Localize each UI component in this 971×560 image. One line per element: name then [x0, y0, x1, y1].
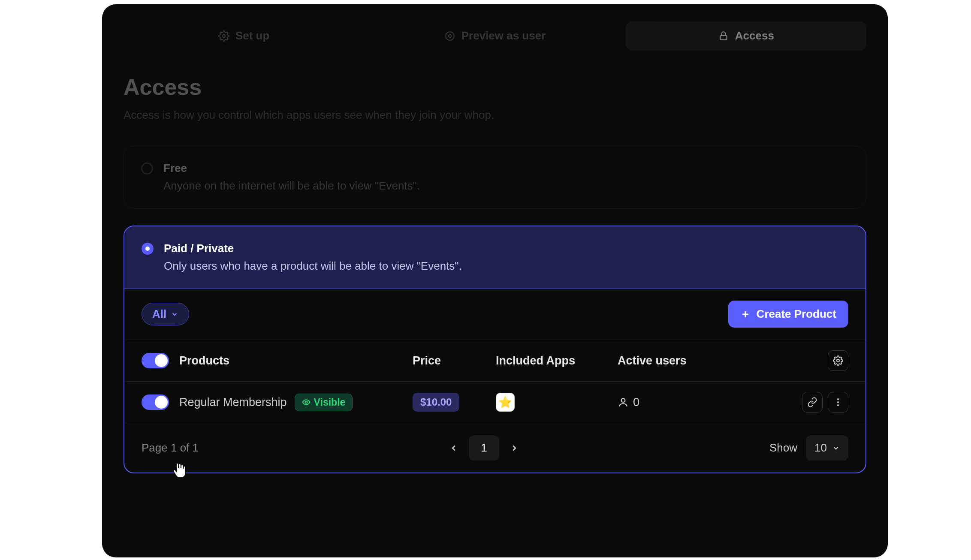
- chevron-down-icon: [832, 444, 840, 452]
- link-icon: [807, 397, 817, 407]
- table-row: Regular Membership Visible $10.00 ⭐: [124, 382, 865, 423]
- tab-setup-label: Set up: [235, 29, 269, 42]
- page-size-value: 10: [814, 441, 827, 455]
- page-number-box[interactable]: 1: [469, 435, 499, 461]
- svg-point-8: [837, 401, 839, 403]
- app-window: Set up Preview as user Access Access Acc…: [102, 4, 888, 557]
- filter-all-pill[interactable]: All: [142, 303, 189, 325]
- lock-icon: [718, 30, 729, 42]
- active-users-count: 0: [633, 396, 639, 409]
- radio-paid[interactable]: [142, 243, 154, 255]
- gear-icon: [833, 355, 843, 366]
- tab-preview[interactable]: Preview as user: [374, 21, 615, 50]
- app-icon: ⭐: [496, 393, 515, 412]
- create-product-button[interactable]: Create Product: [728, 301, 848, 328]
- page-subtitle: Access is how you control which apps use…: [124, 108, 866, 122]
- more-vertical-icon: [833, 397, 843, 407]
- tab-access-label: Access: [735, 29, 774, 42]
- svg-rect-3: [720, 35, 727, 39]
- svg-point-6: [621, 398, 625, 402]
- star-icon: ⭐: [498, 396, 512, 409]
- chevron-right-icon[interactable]: [510, 443, 519, 453]
- radio-free[interactable]: [141, 163, 153, 175]
- eye-icon: [302, 398, 311, 406]
- visibility-label: Visible: [314, 397, 346, 408]
- price-pill: $10.00: [413, 393, 459, 412]
- plus-icon: [740, 309, 751, 319]
- top-tabs: Set up Preview as user Access: [124, 21, 866, 50]
- page-summary: Page 1 of 1: [142, 441, 199, 455]
- free-card[interactable]: Free Anyone on the internet will be able…: [124, 146, 866, 208]
- toggle-row-product[interactable]: [142, 394, 169, 410]
- page-size-select[interactable]: 10: [806, 435, 848, 461]
- more-actions-button[interactable]: [828, 392, 848, 412]
- filter-all-label: All: [152, 307, 166, 321]
- svg-point-9: [837, 404, 839, 406]
- eye-icon: [444, 30, 455, 42]
- tab-preview-label: Preview as user: [461, 29, 546, 42]
- header-products: Products: [179, 354, 402, 367]
- svg-point-1: [446, 32, 454, 40]
- filter-row: All Create Product: [124, 289, 865, 340]
- user-icon: [618, 397, 629, 408]
- visibility-badge: Visible: [295, 394, 353, 411]
- svg-point-7: [837, 398, 839, 400]
- product-name: Regular Membership: [179, 396, 287, 409]
- tab-access[interactable]: Access: [626, 21, 866, 50]
- tab-setup[interactable]: Set up: [124, 21, 364, 50]
- show-label: Show: [769, 441, 797, 455]
- svg-point-0: [223, 34, 226, 37]
- header-apps: Included Apps: [496, 354, 607, 367]
- free-card-desc: Anyone on the internet will be able to v…: [163, 179, 420, 193]
- header-users: Active users: [618, 354, 791, 367]
- svg-point-4: [837, 359, 839, 362]
- paid-card-header[interactable]: Paid / Private Only users who have a pro…: [124, 226, 865, 289]
- copy-link-button[interactable]: [802, 392, 823, 412]
- create-product-label: Create Product: [757, 307, 836, 321]
- chevron-down-icon: [171, 310, 178, 318]
- gear-icon: [218, 30, 229, 42]
- paid-card: Paid / Private Only users who have a pro…: [124, 226, 866, 473]
- page-title: Access: [124, 74, 866, 100]
- table-header: Products Price Included Apps Active user…: [124, 340, 865, 382]
- svg-point-5: [305, 401, 307, 403]
- svg-point-2: [448, 34, 451, 37]
- free-card-title: Free: [163, 162, 420, 175]
- table-settings-button[interactable]: [828, 350, 848, 371]
- toggle-all-products[interactable]: [142, 353, 169, 368]
- paid-card-desc: Only users who have a product will be ab…: [164, 259, 462, 273]
- paid-card-title: Paid / Private: [164, 242, 462, 255]
- header-price: Price: [413, 354, 486, 367]
- pagination: Page 1 of 1 1 Show 10: [124, 423, 865, 473]
- active-users: 0: [618, 396, 791, 409]
- chevron-left-icon[interactable]: [449, 443, 458, 453]
